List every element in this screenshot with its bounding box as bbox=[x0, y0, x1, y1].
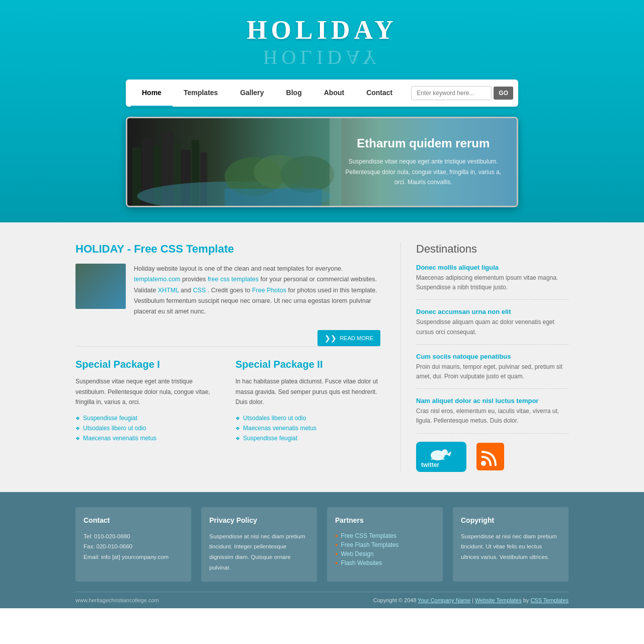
rss-icon[interactable] bbox=[476, 443, 504, 470]
package2-title: Special Package II bbox=[235, 359, 380, 370]
footer-contact-text: Tel: 010-020-0880 Fax: 020-010-0660 Emai… bbox=[84, 531, 183, 562]
your-company-link[interactable]: Your Company Name bbox=[418, 597, 470, 603]
package-1: Special Package I Suspendisse vitae nequ… bbox=[75, 359, 220, 443]
hero-text-box: Etharum quidem rerum Suspendisse vitae n… bbox=[330, 118, 517, 206]
footer-partners-list: Free CSS Templates Free Flash Templates … bbox=[335, 531, 435, 568]
nav-templates[interactable]: Templates bbox=[173, 79, 229, 107]
footer-privacy-title: Privacy Policy bbox=[209, 516, 309, 524]
copyright-year: Copyright © 2048 bbox=[373, 597, 418, 603]
footer-partners: Partners Free CSS Templates Free Flash T… bbox=[327, 507, 443, 582]
footer: Contact Tel: 010-020-0880 Fax: 020-010-0… bbox=[0, 492, 644, 609]
svg-rect-18 bbox=[431, 458, 445, 460]
package1-text: Suspendisse vitae neque eget ante tristi… bbox=[75, 376, 220, 407]
article-text: Holiday website layout is one of the cle… bbox=[134, 264, 380, 317]
link-xhtml[interactable]: XHTML bbox=[158, 287, 179, 294]
contact-email: Email: info [at] yourcompany.com bbox=[84, 552, 183, 562]
link-css[interactable]: CSS bbox=[193, 287, 206, 294]
top-section: HOLIDAY HOLIDAY Home Templates Gallery B… bbox=[0, 0, 644, 222]
svg-point-21 bbox=[481, 461, 486, 466]
nav-home[interactable]: Home bbox=[131, 79, 173, 107]
search-input[interactable] bbox=[411, 86, 492, 100]
partner-link-1[interactable]: Free CSS Templates bbox=[335, 531, 435, 540]
package1-title: Special Package I bbox=[75, 359, 220, 370]
social-icons: twitter bbox=[416, 442, 569, 472]
article-text4: and bbox=[181, 287, 193, 294]
website-templates-link[interactable]: Website Templates bbox=[475, 597, 522, 603]
partner-link-3[interactable]: Web Design bbox=[335, 549, 435, 558]
hero-body: Suspendisse vitae neque eget ante tristi… bbox=[340, 156, 507, 187]
dest-item-4: Nam aliquet dolor ac nisl luctus tempor … bbox=[416, 397, 569, 433]
content-wrapper: HOLIDAY - Free CSS Template Holiday webs… bbox=[75, 222, 569, 492]
nav-bar: Home Templates Gallery Blog About Contac… bbox=[126, 79, 518, 107]
package-2: Special Package II In hac habitasse plat… bbox=[235, 359, 380, 443]
nav-contact[interactable]: Contact bbox=[355, 79, 404, 107]
svg-rect-20 bbox=[476, 443, 504, 470]
footer-privacy: Privacy Policy Suspendisse at nisi nec d… bbox=[201, 507, 317, 582]
left-column: HOLIDAY - Free CSS Template Holiday webs… bbox=[75, 243, 380, 472]
dest-text-2: Suspendisse aliquam quam ac dolor venena… bbox=[416, 317, 569, 337]
footer-bottom: www.heritagechristiancollege.com Copyrig… bbox=[75, 592, 569, 603]
svg-point-12 bbox=[281, 155, 334, 192]
search-area: GO bbox=[411, 86, 513, 100]
contact-tel: Tel: 010-020-0880 bbox=[84, 531, 183, 542]
read-more-label: READ MORE bbox=[340, 335, 373, 341]
dest-text-4: Cras nisl eros, elementum eu, iaculis vi… bbox=[416, 407, 569, 426]
dest-link-1[interactable]: Donec mollis aliquet ligula bbox=[416, 264, 569, 271]
nav-about[interactable]: About bbox=[313, 79, 355, 107]
read-more-icon: ❯❯ bbox=[325, 334, 337, 342]
article-title: HOLIDAY - Free CSS Template bbox=[75, 243, 380, 256]
css-templates-link[interactable]: CSS Templates bbox=[530, 597, 569, 603]
package1-link3[interactable]: Maecenas venenatis metus bbox=[75, 433, 220, 443]
footer-contact: Contact Tel: 010-020-0880 Fax: 020-010-0… bbox=[75, 507, 191, 582]
destinations-title: Destinations bbox=[416, 243, 569, 256]
dest-link-2[interactable]: Donec accumsan urna non elit bbox=[416, 308, 569, 315]
package1-list: Suspendisse feugiat Utsodales libero ut … bbox=[75, 413, 220, 443]
dest-link-3[interactable]: Cum sociis natoque penatibus bbox=[416, 353, 569, 360]
svg-rect-13 bbox=[225, 189, 322, 206]
footer-bottom-copyright: Copyright © 2048 Your Company Name | Web… bbox=[373, 597, 569, 603]
nav-gallery[interactable]: Gallery bbox=[229, 79, 275, 107]
footer-partners-title: Partners bbox=[335, 516, 435, 524]
nav-blog[interactable]: Blog bbox=[275, 79, 313, 107]
hero-banner: Etharum quidem rerum Suspendisse vitae n… bbox=[126, 117, 518, 207]
site-title: HOLIDAY bbox=[0, 0, 644, 50]
hero-heading: Etharum quidem rerum bbox=[340, 136, 507, 150]
article-text2: provides bbox=[182, 276, 208, 283]
link-free-photos[interactable]: Free Photos bbox=[252, 287, 286, 294]
link-templatemo[interactable]: templatemo.com bbox=[134, 276, 180, 283]
partner-link-2[interactable]: Free Flash Templates bbox=[335, 540, 435, 549]
package2-link3[interactable]: Suspendisse feugiat bbox=[235, 433, 380, 443]
dest-item-3: Cum sociis natoque penatibus Proin dui m… bbox=[416, 353, 569, 389]
package2-link2[interactable]: Maecenas venenatis metus bbox=[235, 423, 380, 433]
article-inner: Holiday website layout is one of the cle… bbox=[75, 264, 380, 317]
link-free-css[interactable]: free css templates bbox=[208, 276, 259, 283]
site-title-reflection: HOLIDAY bbox=[0, 46, 644, 69]
package2-link1[interactable]: Utsodales libero ut odio bbox=[235, 413, 380, 423]
footer-copyright-text: Suspendisse at nisi nec diam pretium tin… bbox=[461, 531, 560, 562]
search-button[interactable]: GO bbox=[494, 87, 513, 100]
package1-link2[interactable]: Utsodales libero ut odio bbox=[75, 423, 220, 433]
dest-text-3: Proin dui mauris, tempor eget, pulvinar … bbox=[416, 362, 569, 381]
divider1 bbox=[75, 346, 380, 347]
footer-copyright-title: Copyright bbox=[461, 516, 560, 524]
main-content: HOLIDAY - Free CSS Template Holiday webs… bbox=[0, 222, 644, 492]
svg-text:twitter: twitter bbox=[421, 461, 439, 468]
article-text1: Holiday website layout is one of the cle… bbox=[134, 265, 343, 272]
footer-cols: Contact Tel: 010-020-0880 Fax: 020-010-0… bbox=[75, 507, 569, 582]
contact-fax: Fax: 020-010-0660 bbox=[84, 541, 183, 552]
read-more-button[interactable]: ❯❯ READ MORE bbox=[317, 330, 380, 346]
footer-copyright-col: Copyright Suspendisse at nisi nec diam p… bbox=[453, 507, 569, 582]
dest-item-2: Donec accumsan urna non elit Suspendisse… bbox=[416, 308, 569, 344]
partner-link-4[interactable]: Flash Websites bbox=[335, 558, 435, 568]
package2-list: Utsodales libero ut odio Maecenas venena… bbox=[235, 413, 380, 443]
article-text5: . Credit goes to bbox=[208, 287, 252, 294]
twitter-icon[interactable]: twitter bbox=[416, 442, 466, 472]
dest-item-1: Donec mollis aliquet ligula Maecenas adi… bbox=[416, 264, 569, 300]
dest-text-1: Maecenas adipiscing elementum ipsum vita… bbox=[416, 273, 569, 292]
packages-section: Special Package I Suspendisse vitae nequ… bbox=[75, 359, 380, 443]
package1-link1[interactable]: Suspendisse feugiat bbox=[75, 413, 220, 423]
dest-link-4[interactable]: Nam aliquet dolor ac nisl luctus tempor bbox=[416, 397, 569, 405]
footer-privacy-text: Suspendisse at nisi nec diam pretium tin… bbox=[209, 531, 309, 573]
by-text: by bbox=[523, 597, 531, 603]
footer-site-url: www.heritagechristiancollege.com bbox=[75, 597, 159, 603]
